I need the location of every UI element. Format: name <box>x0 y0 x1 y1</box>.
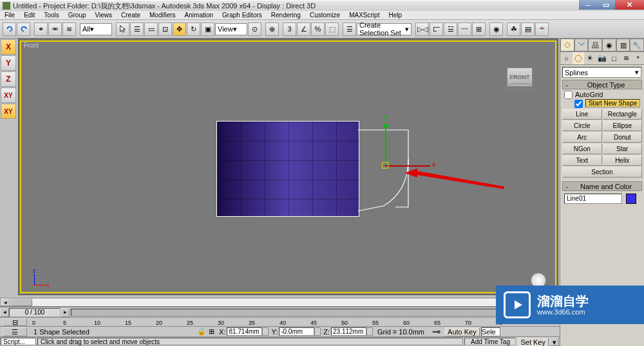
link-button[interactable]: ⚭ <box>34 23 48 36</box>
ngon-button[interactable]: NGon <box>562 143 602 154</box>
snap-toggle-button[interactable]: 3 <box>283 23 296 36</box>
window-crossing-button[interactable]: ⊡ <box>158 23 172 36</box>
text-button[interactable]: Text <box>562 155 602 166</box>
select-manipulate-button[interactable]: ⊕ <box>265 23 279 36</box>
star-button[interactable]: Star <box>603 143 643 154</box>
circle-button[interactable]: Circle <box>562 120 602 131</box>
start-new-shape-button[interactable]: Start New Shape <box>585 99 640 107</box>
menu-help[interactable]: Help <box>384 12 406 19</box>
track-bar-icon[interactable]: ⊟ <box>3 318 27 326</box>
constrain-y-button[interactable]: Y <box>1 55 16 71</box>
lock-icon[interactable]: 🔒 <box>197 327 206 336</box>
menu-graph-editors[interactable]: Graph Editors <box>218 12 267 19</box>
time-next-button[interactable]: ▸ <box>61 308 70 317</box>
viewcube[interactable]: FRONT <box>504 68 536 100</box>
constrain-xy-button[interactable]: XY <box>1 87 16 103</box>
rendered-frame-button[interactable]: ▤ <box>521 23 535 36</box>
constrain-x-button[interactable]: X <box>1 39 16 55</box>
reference-coord-dropdown[interactable]: View▾ <box>215 23 247 35</box>
edit-named-selection-button[interactable]: ☰ <box>343 23 356 36</box>
menu-group[interactable]: Group <box>64 12 91 19</box>
utilities-tab[interactable]: 🔧 <box>630 39 644 51</box>
object-color-swatch[interactable] <box>626 194 636 204</box>
add-time-tag-button[interactable]: Add Time Tag <box>464 338 516 345</box>
constrain-xy2-button[interactable]: XY <box>1 104 16 119</box>
section-button[interactable]: Section <box>562 167 642 178</box>
helpers-subtab[interactable]: □ <box>608 52 620 64</box>
rollout-object-type[interactable]: -Object Type <box>562 80 642 89</box>
menu-tools[interactable]: Tools <box>39 12 63 19</box>
unlink-button[interactable]: ⚮ <box>48 23 62 36</box>
select-button[interactable] <box>116 23 129 36</box>
start-shape-checkbox[interactable] <box>574 100 583 108</box>
select-region-rect-button[interactable]: ▭ <box>144 23 158 36</box>
constrain-z-button[interactable]: Z <box>1 71 16 87</box>
key-mode-icon[interactable]: ⊸ <box>432 325 440 338</box>
ellipse-button[interactable]: Ellipse <box>603 120 643 131</box>
layer-manager-button[interactable]: ☱ <box>444 23 457 36</box>
viewport-h-scrollbar[interactable]: ◂ ▸ <box>0 298 560 307</box>
menu-rendering[interactable]: Rendering <box>267 12 305 19</box>
rollout-name-color[interactable]: -Name and Color <box>562 181 642 191</box>
close-button[interactable]: ✕ <box>615 0 644 10</box>
object-name-input[interactable]: Line01 <box>564 194 622 204</box>
menu-animation[interactable]: Animation <box>180 12 218 19</box>
gizmo-center[interactable] <box>382 162 388 168</box>
mirror-button[interactable]: ▷◁ <box>415 23 429 36</box>
rectangle-button[interactable]: Rectangle <box>603 109 643 120</box>
render-production-button[interactable]: ☕ <box>535 23 549 36</box>
y-spinner[interactable] <box>314 327 321 336</box>
y-coord-input[interactable]: -0.0mm <box>279 327 314 336</box>
pivot-center-button[interactable]: ⊙ <box>248 23 261 36</box>
select-by-name-button[interactable]: ☰ <box>130 23 144 36</box>
gizmo-y-axis[interactable] <box>385 123 386 165</box>
hierarchy-tab[interactable]: 品 <box>588 39 602 51</box>
menu-create[interactable]: Create <box>117 12 145 19</box>
donut-button[interactable]: Donut <box>603 132 643 143</box>
scroll-left-button[interactable]: ◂ <box>1 298 10 306</box>
maxscript-mini-listener[interactable]: Script... <box>1 338 36 345</box>
line-button[interactable]: Line <box>562 109 602 120</box>
autogrid-checkbox[interactable]: AutoGrid <box>560 90 644 99</box>
schematic-view-button[interactable]: ⊞ <box>472 23 486 36</box>
x-spinner[interactable] <box>262 327 269 336</box>
gizmo-x-axis[interactable] <box>385 165 430 167</box>
named-selection-dropdown[interactable]: Create Selection Set▾ <box>357 23 412 35</box>
select-scale-button[interactable]: ▣ <box>201 23 214 36</box>
cameras-subtab[interactable]: 📷 <box>596 52 609 64</box>
geometry-subtab[interactable]: ○ <box>560 52 573 64</box>
time-prev-button[interactable]: ◂ <box>0 308 9 317</box>
modify-tab[interactable] <box>574 39 589 51</box>
category-dropdown[interactable]: Splines▾ <box>562 67 641 78</box>
z-coord-input[interactable]: 23.112mm <box>331 327 366 336</box>
maximize-button[interactable]: ▭ <box>597 0 615 10</box>
spacewarps-subtab[interactable]: ≋ <box>620 52 632 64</box>
spinner-snap-button[interactable]: ⬚ <box>325 23 339 36</box>
menu-edit[interactable]: Edit <box>19 12 39 19</box>
mini-listener-icon[interactable]: ☰ <box>3 327 27 336</box>
align-button[interactable]: ⫍ <box>430 23 443 36</box>
minimize-button[interactable]: ─ <box>579 0 597 10</box>
select-rotate-button[interactable]: ↻ <box>187 23 200 36</box>
curve-editor-button[interactable]: 〰 <box>458 23 471 36</box>
material-editor-button[interactable]: ◉ <box>489 23 503 36</box>
redo-button[interactable] <box>17 23 30 36</box>
create-tab[interactable] <box>560 39 574 51</box>
key-filters-button[interactable]: ▾ <box>550 338 559 346</box>
bind-spacewarp-button[interactable]: ≋ <box>62 23 76 36</box>
shapes-subtab[interactable] <box>573 52 585 64</box>
angle-snap-button[interactable]: ∠ <box>297 23 310 36</box>
lights-subtab[interactable]: ☀ <box>584 52 596 64</box>
time-ruler[interactable]: ⊟ 051015202530354045505560657075 <box>0 317 560 326</box>
percent-snap-button[interactable]: % <box>311 23 325 36</box>
time-slider[interactable]: 0 / 100 <box>9 308 61 317</box>
auto-key-button[interactable]: Auto Key <box>444 327 480 336</box>
arc-button[interactable]: Arc <box>562 132 602 143</box>
set-key-button[interactable]: Set Key <box>517 338 549 346</box>
render-setup-button[interactable]: ☘ <box>507 23 520 36</box>
motion-tab[interactable]: ◉ <box>602 39 616 51</box>
menu-modifiers[interactable]: Modifiers <box>145 12 180 19</box>
menu-views[interactable]: Views <box>91 12 117 19</box>
display-tab[interactable]: ▥ <box>616 39 630 51</box>
select-move-button[interactable]: ✥ <box>173 23 186 36</box>
